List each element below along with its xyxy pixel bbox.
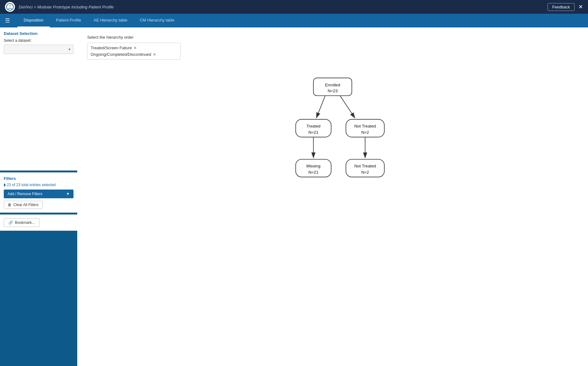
dataset-select[interactable] bbox=[4, 45, 74, 54]
sidebar-footer bbox=[0, 231, 77, 366]
nav-tabs: Disposition Patient Profile AE Hierarchy… bbox=[15, 14, 181, 27]
tab-patient-profile[interactable]: Patient Profile bbox=[50, 14, 88, 27]
tag-ongoing-completed: Ongoing/Completed/Discontinued ✕ bbox=[91, 52, 177, 57]
bookmark-label: Bookmark... bbox=[15, 220, 35, 225]
node-enrolled-line2: N=23 bbox=[328, 89, 338, 93]
node-not-treated-1-line1: Not Treated bbox=[354, 124, 376, 128]
arrow-enrolled-treated bbox=[316, 96, 325, 118]
bookmark-button[interactable]: 🔗 Bookmark... bbox=[4, 218, 40, 227]
main-layout: Dataset Selection Select a dataset: Filt… bbox=[0, 27, 588, 366]
sidebar-dataset-section: Dataset Selection Select a dataset: bbox=[0, 27, 77, 171]
node-missing-line2: N=21 bbox=[308, 170, 318, 175]
top-header: DaVinci > Modular Prototype including Pa… bbox=[0, 0, 588, 14]
add-remove-arrow-icon: ▼ bbox=[66, 192, 70, 196]
tab-disposition[interactable]: Disposition bbox=[17, 14, 50, 27]
arrow-enrolled-nottreated bbox=[340, 96, 355, 118]
clear-all-label: Clear All Filters bbox=[13, 203, 39, 207]
nav-bar: ☰ Disposition Patient Profile AE Hierarc… bbox=[0, 14, 588, 27]
sidebar: Dataset Selection Select a dataset: Filt… bbox=[0, 27, 77, 366]
node-not-treated-2-line1: Not Treated bbox=[354, 164, 376, 168]
tag-treated-screen-failure: Treated/Screen Failure ✕ bbox=[91, 46, 177, 50]
clear-all-filters-button[interactable]: 🗑 Clear All Filters bbox=[4, 201, 43, 209]
diagram-area: Enrolled N=23 Treated N=21 Not Treated N… bbox=[87, 72, 578, 187]
hamburger-button[interactable]: ☰ bbox=[0, 14, 15, 27]
bookmark-icon: 🔗 bbox=[8, 220, 13, 225]
hierarchy-tags: Treated/Screen Failure ✕ Ongoing/Complet… bbox=[87, 43, 181, 60]
close-button[interactable]: ✕ bbox=[578, 4, 583, 10]
header-right: Feedback ✕ bbox=[548, 3, 583, 11]
node-not-treated-2-line2: N=2 bbox=[361, 170, 369, 175]
node-treated-line1: Treated bbox=[306, 124, 320, 128]
dataset-label: Select a dataset: bbox=[4, 38, 74, 43]
add-remove-filters-button[interactable]: Add / Remove Filters ▼ bbox=[4, 190, 74, 198]
filter-icon: ⧫ bbox=[4, 183, 6, 187]
sidebar-bottom: 🔗 Bookmark... bbox=[0, 214, 77, 231]
tag-label-1: Treated/Screen Failure bbox=[91, 46, 132, 50]
feedback-button[interactable]: Feedback bbox=[548, 3, 575, 11]
node-enrolled-line1: Enrolled bbox=[325, 83, 340, 87]
svg-point-0 bbox=[7, 3, 13, 10]
node-treated-line2: N=21 bbox=[308, 130, 318, 135]
main-content: Select the hierarchy order Treated/Scree… bbox=[77, 27, 588, 366]
filters-section: Filters ⧫ 23 of 23 total entries selecte… bbox=[0, 172, 77, 213]
app-logo bbox=[5, 2, 15, 12]
disposition-diagram: Enrolled N=23 Treated N=21 Not Treated N… bbox=[270, 72, 395, 187]
filter-count-text: 23 of 23 total entries selected bbox=[7, 183, 56, 187]
tag-remove-1[interactable]: ✕ bbox=[134, 46, 137, 50]
header-left: DaVinci > Modular Prototype including Pa… bbox=[5, 2, 114, 12]
add-remove-label: Add / Remove Filters bbox=[7, 192, 42, 196]
breadcrumb: DaVinci > Modular Prototype including Pa… bbox=[19, 5, 114, 9]
tab-cm-hierarchy[interactable]: CM Hierarchy table bbox=[134, 14, 181, 27]
hierarchy-order-label: Select the hierarchy order bbox=[87, 35, 578, 40]
tab-ae-hierarchy[interactable]: AE Hierarchy table bbox=[88, 14, 134, 27]
dataset-select-wrapper bbox=[4, 45, 74, 54]
filters-title: Filters bbox=[4, 176, 74, 181]
node-not-treated-1-line2: N=2 bbox=[361, 130, 369, 135]
tag-label-2: Ongoing/Completed/Discontinued bbox=[91, 52, 151, 57]
node-missing-line1: Missing bbox=[306, 164, 320, 168]
svg-point-1 bbox=[9, 5, 11, 7]
tag-remove-2[interactable]: ✕ bbox=[153, 52, 156, 57]
dataset-section-title: Dataset Selection bbox=[4, 31, 74, 36]
filter-count: ⧫ 23 of 23 total entries selected bbox=[4, 183, 74, 187]
trash-icon: 🗑 bbox=[8, 203, 12, 207]
